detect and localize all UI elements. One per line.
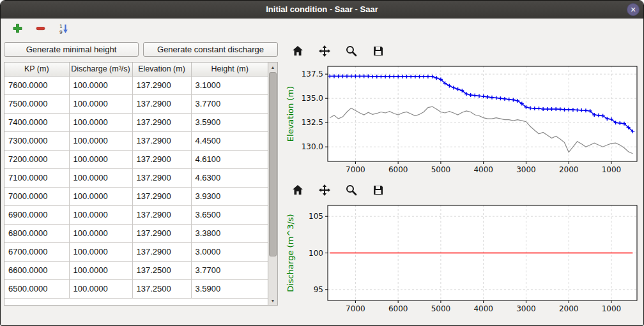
table-cell[interactable]: 3.1000	[191, 76, 268, 94]
remove-row-button[interactable]	[31, 20, 49, 38]
minus-icon	[35, 23, 46, 36]
plot-pan-button[interactable]	[316, 182, 333, 199]
table-cell[interactable]: 100.0000	[69, 94, 132, 113]
scrollbar-track[interactable]	[268, 71, 277, 296]
table-cell[interactable]: 100.0000	[69, 279, 132, 298]
svg-text:3000: 3000	[516, 304, 536, 313]
table-scrollbar[interactable]: ▲ ▼	[268, 62, 278, 306]
table-cell[interactable]: 137.2500	[132, 261, 191, 279]
table-row: 7300.0000100.0000137.29004.4500	[4, 131, 268, 150]
col-header-height[interactable]: Height (m)	[191, 63, 268, 76]
svg-text:137.5: 137.5	[302, 70, 323, 78]
table-cell[interactable]: 100.0000	[69, 113, 132, 131]
plot-zoom-button[interactable]	[343, 43, 360, 60]
table-cell[interactable]: 4.6100	[191, 150, 268, 168]
table-row: 6900.0000100.0000137.29003.6500	[4, 205, 268, 224]
table-cell[interactable]: 3.6500	[191, 205, 268, 224]
table-cell[interactable]: 3.5900	[191, 113, 268, 131]
table-cell[interactable]: 100.0000	[69, 242, 132, 261]
svg-text:7000: 7000	[346, 165, 365, 174]
close-button[interactable]: ✕	[627, 3, 640, 16]
plot-save-button[interactable]	[370, 182, 387, 199]
table-cell[interactable]: 4.6300	[191, 168, 268, 187]
table-cell[interactable]: 6900.0000	[4, 205, 69, 224]
table-cell[interactable]: 100.0000	[69, 76, 132, 94]
table-cell[interactable]: 137.2900	[132, 131, 191, 150]
table-cell[interactable]: 7100.0000	[4, 168, 69, 187]
plot-zoom-button[interactable]	[343, 182, 360, 199]
titlebar[interactable]: Initial condition - Saar - Saar ✕	[1, 1, 643, 19]
table-cell[interactable]: 100.0000	[69, 150, 132, 168]
table-cell[interactable]: 137.2900	[132, 150, 191, 168]
zoom-magnifier-icon	[345, 45, 358, 59]
table-cell[interactable]: 3.7700	[191, 94, 268, 113]
discharge-chart[interactable]: 700060005000400030002000100095100105Disc…	[284, 201, 642, 318]
plus-icon	[12, 23, 23, 36]
table-cell[interactable]: 3.5900	[191, 279, 268, 298]
save-floppy-icon	[372, 184, 385, 198]
close-icon: ✕	[630, 6, 636, 13]
table-cell[interactable]: 7300.0000	[4, 131, 69, 150]
scroll-down-button[interactable]: ▼	[268, 296, 277, 305]
svg-text:135.0: 135.0	[302, 94, 323, 103]
generator-buttons: Generate minimal height Generate constan…	[4, 42, 278, 57]
home-icon	[291, 184, 304, 198]
table-cell[interactable]: 100.0000	[69, 261, 132, 279]
col-header-elevation[interactable]: Elevation (m)	[132, 63, 191, 76]
svg-text:6000: 6000	[388, 304, 408, 313]
table-row: 6600.0000100.0000137.25003.7700	[4, 261, 268, 279]
table-cell[interactable]: 100.0000	[69, 205, 132, 224]
table-cell[interactable]: 6600.0000	[4, 261, 69, 279]
table-cell[interactable]: 137.2500	[132, 279, 191, 298]
table-row: 6700.0000100.0000137.29003.0000	[4, 242, 268, 261]
table-cell[interactable]: 3.3800	[191, 224, 268, 242]
scroll-up-button[interactable]: ▲	[268, 63, 277, 71]
table-cell[interactable]: 7400.0000	[4, 113, 69, 131]
table-cell[interactable]: 7600.0000	[4, 76, 69, 94]
col-header-kp[interactable]: KP (m)	[4, 63, 69, 76]
table-body: 7600.0000100.0000137.29003.10007500.0000…	[4, 76, 268, 298]
table-cell[interactable]: 100.0000	[69, 187, 132, 205]
save-floppy-icon	[372, 45, 385, 59]
generate-minimal-height-button[interactable]: Generate minimal height	[4, 42, 139, 57]
table-cell[interactable]: 137.2900	[132, 168, 191, 187]
table-cell[interactable]: 4.4500	[191, 131, 268, 150]
table-cell[interactable]: 7500.0000	[4, 94, 69, 113]
plot-home-button[interactable]	[289, 43, 306, 60]
table-cell[interactable]: 137.2900	[132, 224, 191, 242]
plot-pan-button[interactable]	[316, 43, 333, 60]
col-header-discharge[interactable]: Discharge (m³/s)	[69, 63, 132, 76]
table-cell[interactable]: 137.2900	[132, 187, 191, 205]
table-cell[interactable]: 6500.0000	[4, 279, 69, 298]
table-cell[interactable]: 100.0000	[69, 131, 132, 150]
plot-save-button[interactable]	[370, 43, 387, 60]
generate-constant-discharge-button[interactable]: Generate constant discharge	[143, 42, 278, 57]
svg-text:9: 9	[59, 29, 63, 34]
sort-button[interactable]: 1 9	[54, 20, 72, 38]
table-cell[interactable]: 137.2900	[132, 94, 191, 113]
table-cell[interactable]: 6700.0000	[4, 242, 69, 261]
table-cell[interactable]: 7000.0000	[4, 187, 69, 205]
table-cell[interactable]: 6800.0000	[4, 224, 69, 242]
svg-text:7000: 7000	[346, 304, 365, 313]
table-cell[interactable]: 137.2900	[132, 76, 191, 94]
table-cell[interactable]: 3.0000	[191, 242, 268, 261]
table-cell[interactable]: 137.2900	[132, 242, 191, 261]
table-cell[interactable]: 137.2900	[132, 205, 191, 224]
svg-text:132.5: 132.5	[302, 118, 323, 127]
add-row-button[interactable]	[8, 20, 26, 38]
table-cell[interactable]: 100.0000	[69, 168, 132, 187]
table-cell[interactable]: 100.0000	[69, 224, 132, 242]
scrollbar-thumb[interactable]	[269, 72, 277, 256]
table-cell[interactable]: 3.9300	[191, 187, 268, 205]
table-header-row: KP (m) Discharge (m³/s) Elevation (m) He…	[4, 63, 268, 76]
table-cell[interactable]: 7200.0000	[4, 150, 69, 168]
table-cell[interactable]: 137.2900	[132, 113, 191, 131]
svg-text:2000: 2000	[559, 165, 579, 174]
table-row: 7000.0000100.0000137.29003.9300	[4, 187, 268, 205]
plot-home-button[interactable]	[289, 182, 306, 199]
svg-text:1000: 1000	[602, 165, 622, 174]
table-cell[interactable]: 3.7700	[191, 261, 268, 279]
elevation-chart[interactable]: 7000600050004000300020001000130.0132.513…	[284, 62, 642, 179]
app-window: Initial condition - Saar - Saar ✕ 1 9	[0, 0, 644, 326]
